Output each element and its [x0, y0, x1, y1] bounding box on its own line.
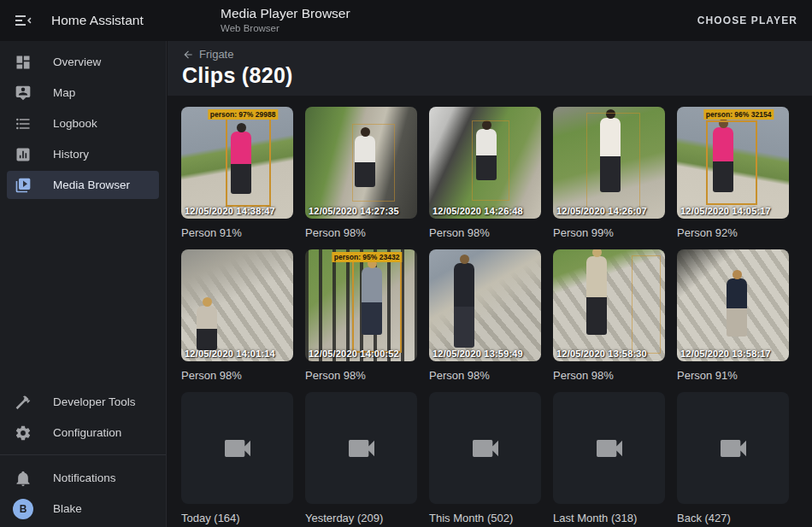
clip-timestamp: 12/05/2020 14:38:47	[185, 206, 275, 216]
clip-card[interactable]: 12/05/2020 13:58:30 Person 98%	[553, 249, 665, 382]
clip-timestamp: 12/05/2020 14:00:52	[309, 348, 399, 359]
video-camera-icon	[221, 431, 255, 466]
sidebar-item-label: Logbook	[53, 117, 97, 130]
clip-caption: Person 98%	[553, 369, 665, 382]
sidebar-item-developer-tools[interactable]: Developer Tools	[7, 388, 159, 416]
clip-caption: Person 98%	[305, 369, 417, 382]
bell-icon	[15, 470, 32, 487]
clip-thumbnail: 12/05/2020 13:59:49	[429, 249, 541, 361]
gear-icon	[15, 425, 32, 442]
sidebar-item-configuration[interactable]: Configuration	[7, 419, 159, 447]
clip-thumbnail: 12/05/2020 13:58:17	[677, 249, 789, 361]
sidebar-item-map[interactable]: Map	[7, 79, 159, 107]
clip-card[interactable]: 12/05/2020 13:59:49 Person 98%	[429, 249, 541, 382]
detection-label: person: 95% 23432	[332, 252, 403, 262]
detection-box	[226, 117, 270, 207]
video-camera-icon	[592, 431, 627, 466]
folder-label: This Month (502)	[429, 512, 541, 524]
clip-card[interactable]: person: 95% 23432 12/05/2020 14:00:52 Pe…	[305, 249, 417, 382]
clip-card[interactable]: person: 96% 32154 12/05/2020 14:05:17 Pe…	[677, 107, 789, 239]
media-browser-icon	[15, 177, 32, 194]
clip-thumbnail: 12/05/2020 14:26:48	[429, 107, 541, 219]
user-name: Blake	[53, 502, 82, 515]
app-header: Home Assistant Media Player Browser Web …	[0, 0, 812, 41]
media-player-title: Media Player Browser	[221, 6, 350, 21]
hammer-icon	[15, 394, 32, 411]
clip-caption: Person 92%	[677, 226, 789, 239]
folder-tile	[677, 392, 789, 504]
folder-card-back[interactable]: Back (427)	[677, 392, 789, 524]
sidebar-item-label: Map	[53, 86, 75, 99]
folder-tile	[429, 392, 541, 504]
person-figure	[197, 306, 217, 350]
breadcrumb[interactable]: Frigate	[182, 48, 812, 61]
person-figure	[454, 263, 474, 348]
person-figure	[586, 256, 607, 335]
clip-thumbnail: 12/05/2020 13:58:30	[553, 249, 665, 361]
clip-card[interactable]: 12/05/2020 14:26:48 Person 98%	[429, 107, 541, 239]
detection-label: person: 97% 29988	[208, 109, 279, 120]
detection-box	[706, 120, 757, 206]
clips-grid: person: 97% 29988 12/05/2020 14:38:47 Pe…	[168, 96, 812, 524]
back-arrow-icon	[182, 49, 194, 61]
person-figure	[727, 278, 747, 337]
sidebar-item-profile[interactable]: B Blake	[7, 495, 159, 523]
sidebar-footer: Developer Tools Configuration Notificati…	[0, 381, 166, 525]
clip-card[interactable]: 12/05/2020 14:26:07 Person 99%	[553, 107, 665, 239]
content-header: Frigate Clips (820)	[168, 41, 812, 96]
clip-caption: Person 91%	[181, 226, 293, 239]
dashboard-icon	[15, 54, 32, 71]
logbook-icon	[15, 115, 32, 132]
sidebar: Overview Map Logbook History Media Brows…	[0, 41, 167, 527]
sidebar-toggle-icon[interactable]	[13, 10, 33, 31]
detection-box	[586, 113, 640, 214]
folder-card-this-month[interactable]: This Month (502)	[429, 392, 541, 524]
clip-thumbnail: 12/05/2020 14:01:14	[181, 249, 293, 361]
sidebar-item-label: Developer Tools	[53, 395, 136, 408]
folder-label: Last Month (318)	[553, 512, 665, 524]
clip-caption: Person 98%	[181, 369, 293, 382]
sidebar-item-logbook[interactable]: Logbook	[7, 109, 159, 138]
sidebar-item-media-browser[interactable]: Media Browser	[7, 171, 159, 199]
clip-timestamp: 12/05/2020 13:59:49	[432, 348, 523, 359]
page-title: Clips (820)	[182, 63, 812, 88]
media-player-subtitle: Web Browser	[221, 23, 350, 33]
detection-label: person: 96% 32154	[703, 109, 774, 120]
folder-tile	[553, 392, 665, 504]
clip-caption: Person 91%	[677, 369, 789, 382]
clip-caption: Person 99%	[553, 226, 665, 239]
history-chart-icon	[15, 146, 32, 163]
sidebar-divider	[0, 454, 166, 455]
media-browser-content: Frigate Clips (820) person: 97% 29988 12…	[168, 41, 812, 527]
clip-timestamp: 12/05/2020 13:58:30	[556, 348, 647, 359]
detection-box	[472, 120, 510, 201]
map-icon	[15, 85, 32, 102]
breadcrumb-label: Frigate	[199, 48, 233, 61]
sidebar-item-overview[interactable]: Overview	[7, 48, 159, 76]
folder-card-yesterday[interactable]: Yesterday (209)	[305, 392, 417, 524]
video-camera-icon	[716, 431, 750, 466]
clip-card[interactable]: 12/05/2020 14:27:35 Person 98%	[305, 107, 417, 239]
sidebar-item-label: Notifications	[53, 471, 116, 484]
video-camera-icon	[344, 431, 379, 466]
sidebar-item-label: Overview	[53, 56, 101, 68]
folder-label: Yesterday (209)	[305, 512, 417, 524]
clip-card[interactable]: person: 97% 29988 12/05/2020 14:38:47 Pe…	[181, 107, 293, 239]
folder-card-last-month[interactable]: Last Month (318)	[553, 392, 665, 524]
clip-timestamp: 12/05/2020 14:27:35	[309, 206, 399, 216]
video-camera-icon	[468, 431, 503, 466]
detection-box	[352, 124, 395, 202]
folder-card-today[interactable]: Today (164)	[181, 392, 293, 524]
clip-caption: Person 98%	[429, 369, 541, 382]
sidebar-item-history[interactable]: History	[7, 140, 159, 168]
sidebar-item-label: Media Browser	[53, 179, 130, 191]
clip-card[interactable]: 12/05/2020 14:01:14 Person 98%	[181, 249, 293, 382]
sidebar-item-label: Configuration	[53, 426, 121, 439]
clip-thumbnail: person: 95% 23432 12/05/2020 14:00:52	[305, 249, 417, 361]
clip-caption: Person 98%	[305, 226, 417, 239]
clip-card[interactable]: 12/05/2020 13:58:17 Person 91%	[677, 249, 789, 382]
folder-tile	[305, 392, 417, 504]
sidebar-item-notifications[interactable]: Notifications	[7, 464, 159, 492]
choose-player-button[interactable]: CHOOSE PLAYER	[697, 15, 797, 26]
detection-box	[352, 261, 402, 352]
